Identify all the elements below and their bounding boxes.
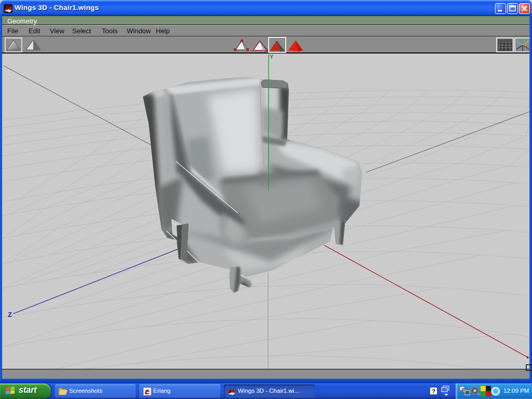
svg-text:Z: Z — [8, 311, 12, 318]
svg-text:Y: Y — [270, 54, 273, 60]
